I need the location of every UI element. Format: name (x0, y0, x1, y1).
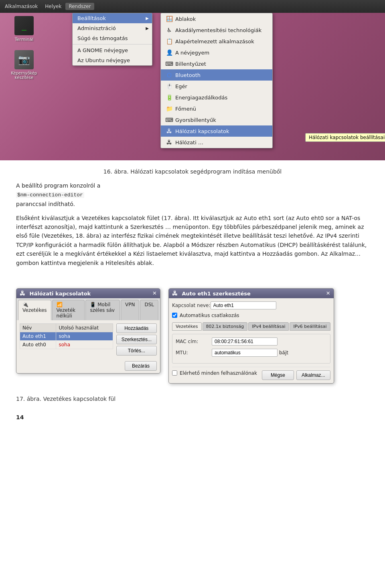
delete-button[interactable]: Törlés... (116, 346, 157, 356)
auto-connect-label: Automatikus csatlakozás (180, 313, 239, 318)
mtu-field: MTU: bájt (176, 349, 327, 357)
sugo-label: Súgó és támogatás (77, 35, 128, 41)
billentyu-icon: ⌨️ (166, 60, 173, 67)
halozat-label: Hálózati kapcsolatok (175, 128, 229, 134)
editor-tab-content: MAC cím: MTU: bájt (172, 334, 330, 364)
menu-item-adminisztracio[interactable]: Adminisztráció (73, 23, 152, 33)
menu-item-gnome[interactable]: A GNOME névjegye (73, 45, 152, 55)
tab-mobile[interactable]: 📱 Mobil széles sáv (85, 300, 120, 320)
tooltip: Hálózati kapcsolatok beállításainak keze… (305, 133, 385, 142)
submenu-gyors[interactable]: ⌨️ Gyorsbillentyűk (161, 114, 272, 125)
editor-tab-wired[interactable]: Vezetékes (172, 322, 202, 331)
taskbar-apps[interactable]: Alkalmazások (2, 3, 41, 10)
tab-dsl[interactable]: DSL (140, 300, 158, 320)
dialogs-row: 🖧 Hálózati kapcsolatok ✕ 🔌 Vezetékes 📶 V… (0, 280, 385, 392)
separator-1 (73, 44, 152, 44)
camera-icon: 📷 (14, 50, 34, 69)
dialog-close-icon[interactable]: ✕ (152, 290, 157, 296)
submenu-akadalymentesites[interactable]: ♿ Akadálymentesítési technológiák (161, 24, 272, 36)
screenshot-icon-item[interactable]: 📷 Képernyőkép készítése (8, 50, 40, 80)
system-menu-dropdown: Beállítások Adminisztráció Súgó és támog… (72, 13, 152, 66)
network-dialog-tabs: 🔌 Vezetékes 📶 Vezeték nélküli 📱 Mobil sz… (16, 298, 160, 320)
ubuntu-label: Az Ubuntu névjegye (77, 57, 130, 63)
para1-text2: paranccsal indítható. (16, 201, 75, 207)
mtu-label: MTU: (176, 350, 212, 356)
editor-titlebar: 🖧 Auto eth1 szerkesztése ✕ (169, 289, 334, 298)
figure-17-caption: 17. ábra. Vezetékes kapcsolatok fül (0, 392, 385, 406)
taskbar-system[interactable]: Rendszer (65, 3, 94, 10)
alapert-label: Alapértelmezett alkalmazások (175, 38, 254, 44)
submenu-ablakok[interactable]: 🪟 Ablakok (161, 13, 272, 24)
cancel-button[interactable]: Mégse (262, 370, 294, 380)
mac-label: MAC cím: (176, 339, 212, 344)
connections-list-area: Név Utolsó használat Auto eth1 soha Auto… (20, 323, 113, 356)
close-button[interactable]: Bezárás (125, 361, 157, 371)
terminal-icon: _ (14, 16, 34, 35)
add-button[interactable]: Hozzáadás (116, 323, 157, 333)
dialog-side-buttons: Hozzáadás Szerkesztés... Törlés... (116, 323, 157, 356)
submenu-billentyu[interactable]: ⌨️ Billentyűzet (161, 58, 272, 69)
submenu-bluetooth[interactable]: ⬡ Bluetooth (161, 69, 272, 81)
eger-icon: 🖱️ (166, 83, 173, 90)
taskbar-places[interactable]: Helyek (42, 3, 65, 10)
terminal-icon-item[interactable]: _ Terminál (8, 16, 40, 42)
submenu-fomenu[interactable]: 📁 Főmenü (161, 103, 272, 114)
submenu-energia[interactable]: 🔋 Energiagazdálkodás (161, 92, 272, 103)
command-code: $nm-connection-editor (16, 192, 84, 198)
desktop-icons: _ Terminál 📷 Képernyőkép készítése (8, 16, 40, 80)
paragraph-1: A beállító program konzolról a $nm-conne… (16, 181, 369, 209)
menu-system: Beállítások Adminisztráció Súgó és támog… (72, 13, 152, 66)
alapert-icon: 📋 (166, 38, 173, 45)
apply-button[interactable]: Alkalmaz... (296, 370, 330, 380)
bluetooth-label: Bluetooth (175, 72, 201, 78)
fomenu-label: Főmenü (175, 106, 196, 112)
energia-label: Energiagazdálkodás (175, 95, 227, 101)
menu-item-sugo[interactable]: Súgó és támogatás (73, 33, 152, 43)
adminisztracio-label: Adminisztráció (77, 25, 116, 31)
submenu-nevjegyem[interactable]: 👤 A névjegyem (161, 47, 272, 58)
available-users-checkbox[interactable] (172, 370, 177, 376)
edit-button[interactable]: Szerkesztés... (116, 335, 157, 344)
menu-item-beallitasok[interactable]: Beállítások (73, 13, 152, 23)
submenu-halozat2[interactable]: 🖧 Hálózati … (161, 137, 272, 148)
gyors-label: Gyorsbillentyűk (175, 117, 216, 123)
taskbar: Alkalmazások Helyek Rendszer (0, 0, 385, 13)
nevjegy-icon: 👤 (166, 49, 173, 56)
network-dialog-footer: Bezárás (16, 359, 160, 373)
halozat-icon: 🖧 (166, 127, 173, 135)
menu-item-ubuntu[interactable]: Az Ubuntu névjegye (73, 55, 152, 65)
tab-wireless[interactable]: 📶 Vezeték nélküli (52, 300, 85, 320)
editor-tab-ipv4[interactable]: IPv4 beállításai (248, 322, 289, 331)
editor-dialog-title: Auto eth1 szerkesztése (182, 291, 251, 297)
available-users-label: Elérhető minden felhasználónak (180, 370, 257, 376)
figure-caption-area: 16. ábra. Hálózati kapcsolatok segédprog… (0, 160, 385, 280)
connection-name-input[interactable] (211, 301, 276, 309)
connections-table: Név Utolsó használat Auto eth1 soha Auto… (20, 323, 113, 349)
tab-vpn[interactable]: VPN (121, 300, 139, 320)
editor-close-icon[interactable]: ✕ (326, 290, 330, 296)
billentyu-label: Billentyűzet (175, 61, 206, 67)
col-name: Név (20, 323, 56, 332)
akadaly-icon: ♿ (166, 26, 173, 34)
connection-name-label: Kapcsolat neve: (172, 303, 211, 308)
mtu-input[interactable] (212, 349, 278, 357)
table-row[interactable]: Auto eth0 soha (20, 340, 113, 349)
editor-tab-ipv6[interactable]: IPv6 beállításai (290, 322, 330, 331)
network-dialog-titlebar: 🖧 Hálózati kapcsolatok ✕ (16, 289, 160, 298)
para1-text1: A beállító program konzolról a (16, 182, 100, 189)
submenu-halozat[interactable]: 🖧 Hálózati kapcsolatok (161, 125, 272, 137)
editor-tab-8021x[interactable]: 802.1x biztonság (203, 322, 248, 331)
tab-wired[interactable]: 🔌 Vezetékes (18, 300, 51, 320)
figure-16-caption: 16. ábra. Hálózati kapcsolatok segédprog… (16, 168, 369, 175)
halozat2-icon: 🖧 (166, 139, 173, 146)
energia-icon: 🔋 (166, 94, 173, 101)
auto-connect-checkbox[interactable] (172, 313, 177, 318)
halozat2-label: Hálózati … (175, 139, 203, 145)
conn-name-2: Auto eth0 (20, 340, 56, 349)
submenu-alapertelmezett[interactable]: 📋 Alapértelmezett alkalmazások (161, 36, 272, 47)
table-row[interactable]: Auto eth1 soha (20, 332, 113, 340)
mac-input[interactable] (212, 337, 278, 346)
editor-content: Kapcsolat neve: Automatikus csatlakozás … (169, 298, 334, 383)
conn-used-2: soha (56, 340, 113, 349)
submenu-eger[interactable]: 🖱️ Egér (161, 81, 272, 92)
